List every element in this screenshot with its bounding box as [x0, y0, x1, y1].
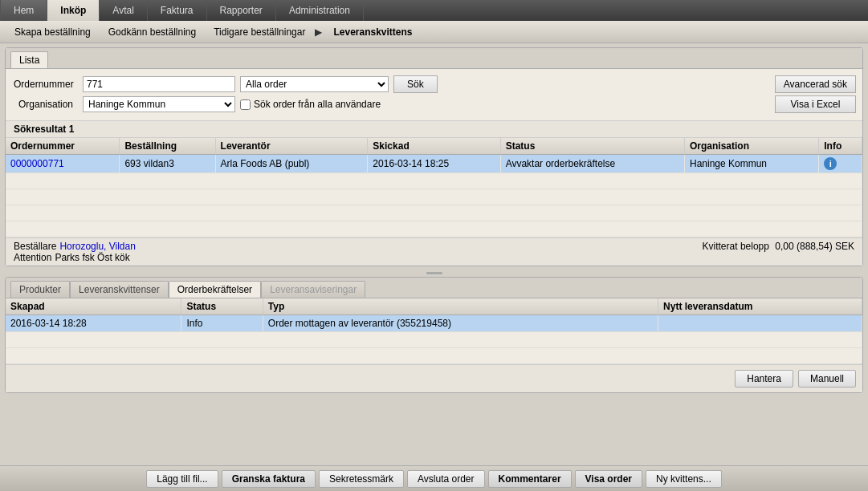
lower-col-skapad: Skapad — [6, 298, 181, 315]
nav-tab-rapporter[interactable]: Rapporter — [207, 0, 276, 21]
lower-row-status: Info — [181, 315, 263, 332]
kommentarer-btn[interactable]: Kommentarer — [488, 470, 572, 488]
lower-table-row[interactable]: 2016-03-14 18:28 Info Order mottagen av … — [6, 315, 862, 332]
info-bar-right: Kvitterat belopp 0,00 (888,54) SEK — [703, 241, 854, 263]
lower-tab-leveransaviseringar: Leveransaviseringar — [261, 281, 365, 298]
lower-tab-leveranskvittenser[interactable]: Leveranskvittenser — [70, 281, 169, 298]
lower-row-skapad: 2016-03-14 18:28 — [6, 315, 181, 332]
lower-content: Skapad Status Typ Nytt leveransdatum 201… — [6, 298, 862, 364]
upper-tab-lista[interactable]: Lista — [10, 51, 48, 68]
bestallare-value[interactable]: Horozoglu, Vildan — [59, 241, 136, 252]
lower-table: Skapad Status Typ Nytt leveransdatum 201… — [6, 298, 862, 364]
empty-row-1 — [6, 173, 862, 189]
granska-faktura-btn[interactable]: Granska faktura — [222, 470, 316, 488]
toolbar-tidigare-btn[interactable]: Tidigare beställningar — [206, 23, 313, 41]
empty-row-3 — [6, 205, 862, 221]
lower-col-typ: Typ — [263, 298, 658, 315]
lagg-till-btn[interactable]: Lägg till fil... — [146, 470, 218, 488]
upper-panel: Lista Ordernummer Alla order Öppna order… — [5, 47, 863, 266]
manuell-btn[interactable]: Manuell — [798, 370, 856, 388]
nav-tab-inkop[interactable]: Inköp — [47, 0, 100, 21]
lower-tab-produkter[interactable]: Produkter — [10, 281, 70, 298]
lower-empty-row-1 — [6, 332, 862, 348]
avsluta-order-btn[interactable]: Avsluta order — [407, 470, 484, 488]
order-skickad: 2016-03-14 18:25 — [368, 155, 500, 173]
lower-panel-tabs: Produkter Leveranskvittenser Orderbekräf… — [6, 278, 862, 298]
kvitterat-label: Kvitterat belopp — [703, 241, 769, 252]
lower-col-nytt: Nytt leveransdatum — [658, 298, 862, 315]
col-organisation: Organisation — [684, 138, 818, 155]
results-table-container: Ordernummer Beställning Leverantör Skick… — [6, 138, 862, 237]
toolbar-skapa-btn[interactable]: Skapa beställning — [6, 23, 99, 41]
info-bar: BeställareHorozoglu, Vildan AttentionPar… — [6, 237, 862, 266]
info-icon[interactable]: i — [824, 157, 837, 170]
search-button[interactable]: Sök — [393, 75, 438, 93]
drag-handle-icon — [426, 272, 442, 274]
order-leverantor: Arla Foods AB (publ) — [215, 155, 368, 173]
bestallare-label: Beställare — [14, 241, 56, 252]
visa-order-btn[interactable]: Visa order — [575, 470, 642, 488]
nav-tab-avtal[interactable]: Avtal — [100, 0, 147, 21]
order-bestallning: 693 vildan3 — [120, 155, 215, 173]
drag-divider[interactable] — [5, 270, 863, 275]
col-leverantor: Leverantör — [215, 138, 368, 155]
col-ordernummer: Ordernummer — [6, 138, 120, 155]
lower-row-typ: Order mottagen av leverantör (355219458) — [263, 315, 658, 332]
lower-tab-orderbekraftelser[interactable]: Orderbekräftelser — [169, 281, 261, 298]
ny-kvittens-btn[interactable]: Ny kvittens... — [646, 470, 722, 488]
action-bar: Hantera Manuell — [6, 364, 862, 392]
ordernummer-label: Ordernummer — [14, 79, 78, 90]
orders-table: Ordernummer Beställning Leverantör Skick… — [6, 138, 862, 237]
nav-tab-hem[interactable]: Hem — [0, 0, 47, 21]
bottom-bar: Lägg till fil... Granska faktura Sekrete… — [0, 465, 868, 491]
excel-btn[interactable]: Visa i Excel — [775, 95, 856, 113]
search-form: Ordernummer Alla order Öppna order Stäng… — [6, 69, 862, 120]
upper-panel-tabs: Lista — [6, 48, 862, 69]
top-right-buttons: Avancerad sök Visa i Excel — [775, 75, 856, 113]
toolbar-arrow-icon: ▶ — [315, 26, 322, 38]
info-bar-left: BeställareHorozoglu, Vildan AttentionPar… — [14, 241, 136, 263]
order-number-link[interactable]: 0000000771 — [10, 158, 64, 169]
order-filter-select[interactable]: Alla order Öppna order Stängda order — [240, 76, 389, 92]
nav-tab-administration[interactable]: Administration — [276, 0, 364, 21]
lower-row-nytt — [658, 315, 862, 332]
empty-row-4 — [6, 221, 862, 237]
order-organisation: Haninge Kommun — [684, 155, 818, 173]
all-users-checkbox-label: Sök order från alla användare — [240, 99, 381, 110]
nav-tab-faktura[interactable]: Faktura — [148, 0, 207, 21]
col-skickad: Skickad — [368, 138, 500, 155]
lower-empty-row-2 — [6, 348, 862, 364]
kvitterat-value: 0,00 (888,54) SEK — [775, 241, 854, 252]
toolbar: Skapa beställning Godkänn beställning Ti… — [0, 21, 868, 43]
attention-value: Parks fsk Öst kök — [55, 252, 129, 263]
attention-label: Attention — [14, 252, 51, 263]
col-bestallning: Beställning — [120, 138, 215, 155]
advanced-search-btn[interactable]: Avancerad sök — [775, 75, 856, 93]
organisation-select[interactable]: Haninge Kommun — [83, 96, 235, 112]
top-nav: Hem Inköp Avtal Faktura Rapporter Admini… — [0, 0, 868, 21]
table-row[interactable]: 0000000771 693 vildan3 Arla Foods AB (pu… — [6, 155, 862, 173]
ordernummer-input[interactable] — [83, 76, 235, 92]
sekretessmark-btn[interactable]: Sekretessmärk — [319, 470, 404, 488]
col-status: Status — [500, 138, 684, 155]
main-area: Lista Ordernummer Alla order Öppna order… — [0, 43, 868, 491]
lower-panel: Produkter Leveranskvittenser Orderbekräf… — [5, 277, 863, 393]
toolbar-godkann-btn[interactable]: Godkänn beställning — [100, 23, 204, 41]
empty-row-2 — [6, 189, 862, 205]
lower-col-status: Status — [181, 298, 263, 315]
col-info: Info — [819, 138, 862, 155]
order-status: Avvaktar orderbekräftelse — [500, 155, 684, 173]
results-header: Sökresultat 1 — [6, 120, 862, 138]
organisation-label: Organisation — [14, 99, 78, 110]
toolbar-leverans-btn[interactable]: Leveranskvittens — [325, 23, 420, 41]
all-users-checkbox[interactable] — [240, 99, 251, 110]
hantera-btn[interactable]: Hantera — [735, 370, 793, 388]
